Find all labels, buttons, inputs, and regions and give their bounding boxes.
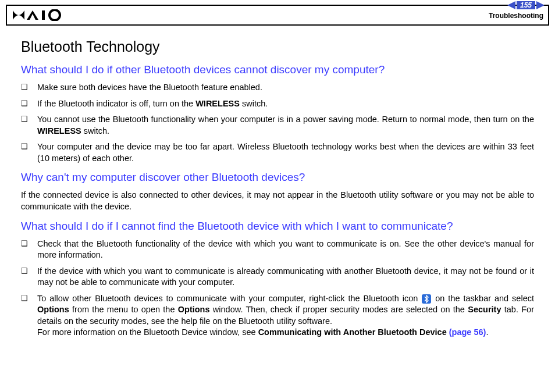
list-item: Make sure both devices have the Bluetoot… xyxy=(21,82,534,94)
q1-list: Make sure both devices have the Bluetoot… xyxy=(21,82,534,164)
q2-heading: Why can't my computer discover other Blu… xyxy=(21,171,534,184)
main-title: Bluetooth Technology xyxy=(21,38,534,55)
list-item: You cannot use the Bluetooth functionali… xyxy=(21,114,534,137)
list-item: To allow other Bluetooth devices to comm… xyxy=(21,293,534,338)
bluetooth-icon xyxy=(422,294,431,304)
page-nav: 155 xyxy=(507,1,545,9)
page-header: 155 Troubleshooting xyxy=(6,5,549,26)
section-label: Troubleshooting xyxy=(489,12,543,19)
list-item: If the device with which you want to com… xyxy=(21,266,534,288)
svg-point-1 xyxy=(49,10,60,20)
list-item: Check that the Bluetooth functionality o… xyxy=(21,238,534,261)
page-number: 155 xyxy=(517,1,535,9)
q1-heading: What should I do if other Bluetooth devi… xyxy=(21,63,534,76)
q3-heading: What should I do if I cannot find the Bl… xyxy=(21,220,534,233)
page-link[interactable]: (page 56) xyxy=(449,327,486,337)
q3-list: Check that the Bluetooth functionality o… xyxy=(21,238,534,339)
list-item: If the Bluetooth indicator is off, turn … xyxy=(21,98,534,110)
q2-para: If the connected device is also connecte… xyxy=(21,190,534,212)
list-item: Your computer and the device may be too … xyxy=(21,141,534,164)
vaio-logo xyxy=(13,9,66,21)
next-page-arrow-icon[interactable] xyxy=(536,1,545,9)
prev-page-arrow-icon[interactable] xyxy=(507,1,515,9)
svg-rect-0 xyxy=(42,10,45,20)
content-area: Bluetooth Technology What should I do if… xyxy=(0,26,555,350)
